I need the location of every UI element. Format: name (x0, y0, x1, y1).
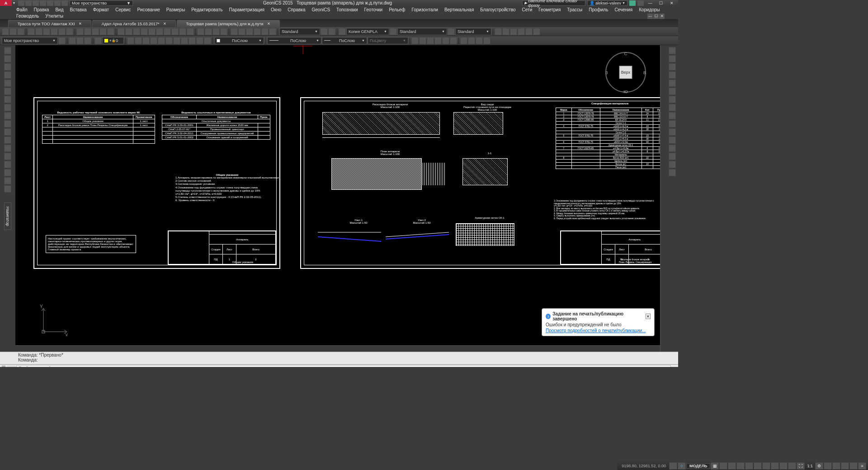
menu-item[interactable]: Справка (285, 7, 308, 13)
tb-btn[interactable] (141, 28, 148, 35)
scrollbar-vertical[interactable] (660, 45, 666, 352)
color-combo[interactable]: ПоСлою▼ (214, 37, 264, 44)
mleaderstyle-combo[interactable]: Standard▼ (455, 28, 491, 35)
tb-btn[interactable] (205, 28, 212, 35)
tb-btn[interactable] (442, 37, 449, 44)
mirror-icon[interactable] (669, 71, 676, 79)
tb-btn[interactable] (495, 28, 502, 35)
tb-btn[interactable] (204, 37, 211, 44)
menu-item[interactable]: Сервис (113, 7, 133, 13)
polygon-icon[interactable] (4, 88, 11, 95)
array-icon[interactable] (669, 136, 676, 144)
tb-btn[interactable] (28, 28, 35, 35)
tb-btn[interactable] (261, 28, 269, 35)
qat-undo-icon[interactable] (54, 0, 61, 6)
tb-btn[interactable] (328, 28, 335, 35)
break-icon[interactable] (669, 161, 676, 168)
plotstyle-combo[interactable]: ПоЦвету▼ (368, 37, 408, 44)
move-icon[interactable] (669, 47, 676, 54)
drawing-canvas[interactable]: Верх С Ю В З Ведомость рабочих чертежей … (15, 45, 666, 352)
tb-btn[interactable] (187, 28, 194, 35)
mtext-icon[interactable] (4, 145, 11, 152)
tb-btn[interactable] (9, 28, 17, 35)
chamfer-icon[interactable] (669, 120, 676, 127)
tb-btn[interactable] (518, 28, 525, 35)
menu-item[interactable]: Файл (14, 7, 30, 13)
notification-details-link[interactable]: Просмотр подробностей о печати/публикаци… (546, 328, 651, 333)
tb-btn[interactable] (468, 37, 475, 44)
tb-btn[interactable] (269, 28, 276, 35)
tb-btn[interactable] (99, 28, 107, 35)
menu-item[interactable]: Коридоры (636, 7, 663, 13)
tb-btn[interactable] (181, 37, 188, 44)
file-tab[interactable]: Адал Арна Актобе 15.03.2017*✕ (92, 20, 176, 27)
join-icon[interactable] (669, 169, 676, 176)
menu-item[interactable]: Рисование (134, 7, 162, 13)
navigator-panel-tab[interactable]: Навигатор (4, 202, 11, 230)
menu-item[interactable]: Рельеф (386, 7, 408, 13)
extend-icon[interactable] (669, 104, 676, 111)
tb-btn[interactable] (133, 28, 140, 35)
qat-open-icon[interactable] (25, 0, 32, 6)
tb-btn[interactable] (164, 28, 171, 35)
menu-item[interactable]: Вид (52, 7, 66, 13)
qat-redo-icon[interactable] (61, 0, 68, 6)
qat-saveas-icon[interactable] (40, 0, 46, 6)
tb-btn[interactable] (127, 37, 134, 44)
linetype-combo[interactable]: ПоСлою▼ (267, 37, 321, 44)
tb-btn[interactable] (84, 28, 91, 35)
tb-btn[interactable] (411, 37, 419, 44)
tb-btn[interactable] (135, 37, 142, 44)
tb-btn[interactable] (118, 28, 125, 35)
lineweight-combo[interactable]: ПоСлою▼ (322, 37, 367, 44)
tb-btn[interactable] (212, 28, 220, 35)
tb-btn[interactable] (158, 37, 165, 44)
tablestyle-combo[interactable]: Standard▼ (397, 28, 447, 35)
offset-icon[interactable] (669, 128, 676, 136)
tb-btn[interactable] (17, 28, 24, 35)
circle-icon[interactable] (4, 63, 11, 70)
tb-btn[interactable] (142, 37, 150, 44)
drag-handle-icon[interactable] (2, 365, 5, 367)
trim-icon[interactable] (669, 96, 676, 103)
maximize-button[interactable]: ☐ (656, 0, 665, 6)
menu-item[interactable]: Сечения (612, 7, 635, 13)
tb-btn[interactable] (220, 28, 227, 35)
tb-btn[interactable] (125, 28, 132, 35)
fillet-icon[interactable] (669, 112, 676, 119)
menu-item[interactable]: Сети (519, 7, 535, 13)
tb-btn[interactable] (165, 37, 173, 44)
stretch-icon[interactable] (669, 88, 676, 95)
tb-btn[interactable] (107, 28, 114, 35)
file-tab[interactable]: Трасса пути ТОО Авантаж XXI✕ (8, 20, 91, 27)
tb-btn[interactable] (238, 28, 245, 35)
menu-utilities[interactable]: Утилиты (42, 13, 66, 19)
tb-btn[interactable] (51, 28, 58, 35)
menu-item[interactable]: Геоточки (361, 7, 385, 13)
tb-btn[interactable] (92, 28, 99, 35)
arc-icon[interactable] (4, 71, 11, 79)
tb-btn[interactable] (58, 28, 66, 35)
textstyle-combo[interactable]: Standard▼ (279, 28, 320, 35)
menu-item[interactable]: Правка (31, 7, 52, 13)
file-tab[interactable]: Торцевая рампа (аппарель) для ж.д.пути✕ (177, 20, 280, 27)
block-icon[interactable] (4, 128, 11, 136)
tb-btn[interactable] (148, 28, 156, 35)
dimstyle-combo[interactable]: Копия GENPLA▼ (346, 28, 389, 35)
menu-item[interactable]: Формат (90, 7, 112, 13)
tb-btn[interactable] (66, 28, 73, 35)
close-icon[interactable]: ✕ (79, 22, 82, 26)
menu-item[interactable]: Профиль (586, 7, 611, 13)
tb-btn[interactable] (510, 28, 517, 35)
tb-btn[interactable] (197, 28, 204, 35)
text-icon[interactable] (4, 185, 11, 193)
tb-btn[interactable] (434, 37, 442, 44)
menu-geomodel[interactable]: Геомодель (14, 13, 42, 19)
menu-item[interactable]: Вставка (67, 7, 89, 13)
tb-btn[interactable] (427, 37, 434, 44)
close-icon[interactable]: ✕ (646, 314, 651, 319)
layer-state-combo[interactable]: ☀🔓 0 (102, 37, 124, 44)
tb-btn[interactable] (476, 37, 483, 44)
tb-btn[interactable] (76, 37, 84, 44)
search-input[interactable]: ▶ Введите ключевое слово/фразу (522, 0, 585, 6)
